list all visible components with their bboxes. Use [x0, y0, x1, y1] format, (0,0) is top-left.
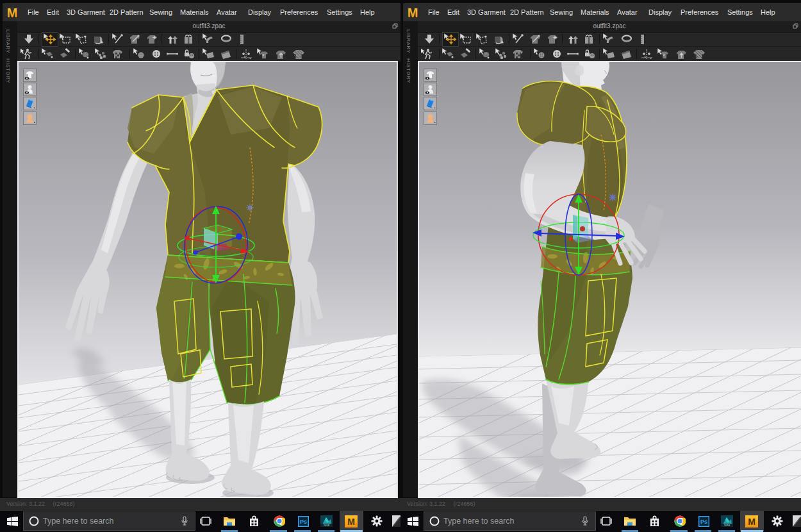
svg-text:Ps: Ps — [300, 519, 307, 525]
svg-text:M: M — [748, 517, 756, 527]
svg-text:M: M — [347, 517, 355, 527]
svg-text:2018: 2018 — [324, 524, 330, 527]
svg-text:2018: 2018 — [724, 524, 731, 527]
svg-text:Ps: Ps — [700, 519, 707, 525]
